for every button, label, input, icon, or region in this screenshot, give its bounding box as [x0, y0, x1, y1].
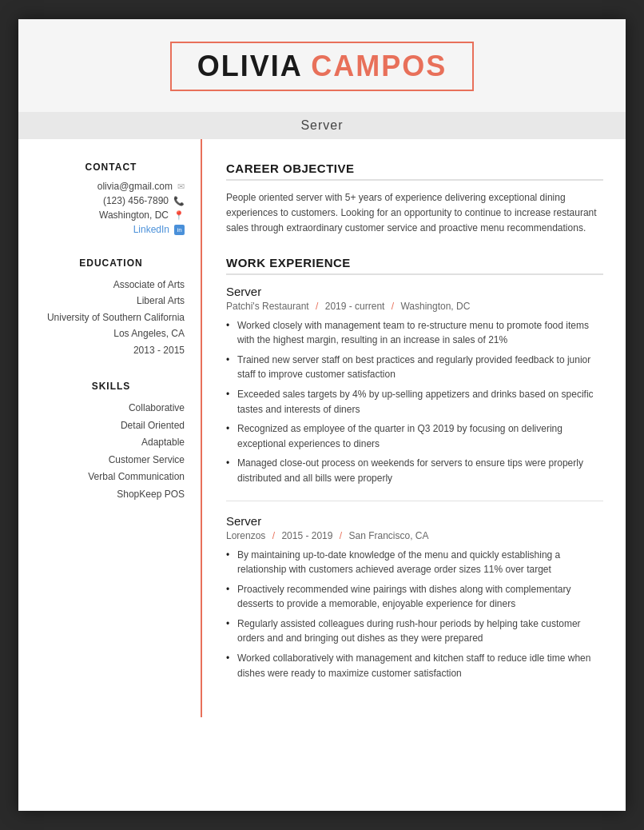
edu-years: 2013 - 2015: [38, 342, 185, 358]
contact-section: CONTACT olivia@gmail.com ✉ (123) 456-789…: [38, 162, 185, 235]
last-name: CAMPOS: [311, 50, 447, 82]
phone-item: (123) 456-7890 📞: [38, 195, 185, 206]
education-title: EDUCATION: [38, 257, 185, 269]
job-2-bullet-4: Worked collaboratively with management a…: [226, 651, 603, 680]
work-experience-title: WORK EXPERIENCE: [226, 256, 603, 275]
job-1-title: Server: [226, 285, 603, 298]
name-box: OLIVIA CAMPOS: [170, 42, 475, 91]
location-icon: 📍: [173, 210, 185, 221]
location-item: Washington, DC 📍: [38, 209, 185, 221]
job-2-bullet-1: By maintaining up-to-date knowledge of t…: [226, 548, 603, 577]
job-1-bullet-3: Exceeded sales targets by 4% by up-selli…: [226, 387, 603, 417]
career-objective-section: CAREER OBJECTIVE People oriented server …: [226, 162, 603, 237]
skill-5: Verbal Communication: [38, 469, 185, 486]
job-2-dates: 2015 - 2019: [281, 530, 332, 541]
job-2-bullet-3: Regularly assisted colleagues during rus…: [226, 617, 603, 646]
job-2-title: Server: [226, 514, 603, 528]
job-1-bullet-1: Worked closely with management team to r…: [226, 318, 603, 348]
email-item: olivia@gmail.com ✉: [38, 181, 185, 192]
resume-header: OLIVIA CAMPOS: [18, 19, 626, 112]
location-text: Washington, DC: [99, 209, 169, 221]
job-2-meta: Lorenzos / 2015 - 2019 / San Francisco, …: [226, 530, 603, 541]
main-content: CAREER OBJECTIVE People oriented server …: [202, 139, 626, 717]
edu-location: Los Angeles, CA: [38, 325, 185, 341]
job-1: Server Patchi's Restaurant / 2019 - curr…: [226, 285, 603, 486]
separator-4: /: [340, 530, 345, 541]
major: Liberal Arts: [38, 293, 185, 309]
job-1-bullet-5: Managed close-out process on weekends fo…: [226, 456, 603, 485]
job-2: Server Lorenzos / 2015 - 2019 / San Fran…: [226, 514, 603, 681]
career-objective-text: People oriented server with 5+ years of …: [226, 190, 603, 237]
first-name: OLIVIA: [197, 50, 312, 82]
skill-6: ShopKeep POS: [38, 486, 185, 504]
resume-document: OLIVIA CAMPOS Server CONTACT olivia@gmai…: [18, 19, 626, 811]
job-1-company: Patchi's Restaurant: [226, 301, 309, 312]
skill-2: Detail Oriented: [38, 417, 185, 435]
education-details: Associate of Arts Liberal Arts Universit…: [38, 277, 185, 358]
linkedin-icon: in: [174, 225, 185, 235]
career-objective-title: CAREER OBJECTIVE: [226, 162, 603, 181]
job-divider: [226, 501, 603, 501]
job-1-bullet-4: Recognized as employee of the quarter in…: [226, 421, 603, 451]
email-icon: ✉: [177, 182, 185, 192]
job-2-bullets: By maintaining up-to-date knowledge of t…: [226, 548, 603, 681]
phone-icon: 📞: [173, 196, 185, 206]
university: University of Southern California: [38, 309, 185, 325]
phone-text: (123) 456-7890: [103, 195, 169, 206]
job-title-bar: Server: [18, 112, 626, 139]
education-section: EDUCATION Associate of Arts Liberal Arts…: [38, 257, 185, 358]
job-2-company: Lorenzos: [226, 530, 265, 541]
degree: Associate of Arts: [38, 277, 185, 293]
resume-body: CONTACT olivia@gmail.com ✉ (123) 456-789…: [18, 139, 626, 717]
sidebar: CONTACT olivia@gmail.com ✉ (123) 456-789…: [18, 139, 202, 717]
skills-title: SKILLS: [38, 381, 185, 392]
linkedin-item[interactable]: LinkedIn in: [38, 224, 185, 235]
separator-2: /: [392, 301, 397, 312]
header-title: Server: [300, 118, 343, 132]
work-experience-section: WORK EXPERIENCE Server Patchi's Restaura…: [226, 256, 603, 681]
separator-3: /: [272, 530, 278, 541]
skills-section: SKILLS Collaborative Detail Oriented Ada…: [38, 381, 185, 504]
email-text: olivia@gmail.com: [97, 181, 173, 192]
separator-1: /: [316, 301, 321, 312]
contact-title: CONTACT: [38, 162, 185, 173]
skills-list: Collaborative Detail Oriented Adaptable …: [38, 400, 185, 504]
linkedin-label[interactable]: LinkedIn: [133, 224, 169, 235]
skill-1: Collaborative: [38, 400, 185, 417]
job-2-bullet-2: Proactively recommended wine pairings wi…: [226, 582, 603, 612]
job-1-bullets: Worked closely with management team to r…: [226, 318, 603, 486]
job-1-dates: 2019 - current: [325, 301, 385, 312]
job-2-location: San Francisco, CA: [348, 530, 428, 541]
job-1-location: Washington, DC: [400, 301, 470, 312]
job-1-bullet-2: Trained new server staff on best practic…: [226, 353, 603, 382]
skill-3: Adaptable: [38, 434, 185, 452]
skill-4: Customer Service: [38, 452, 185, 469]
job-1-meta: Patchi's Restaurant / 2019 - current / W…: [226, 301, 603, 312]
